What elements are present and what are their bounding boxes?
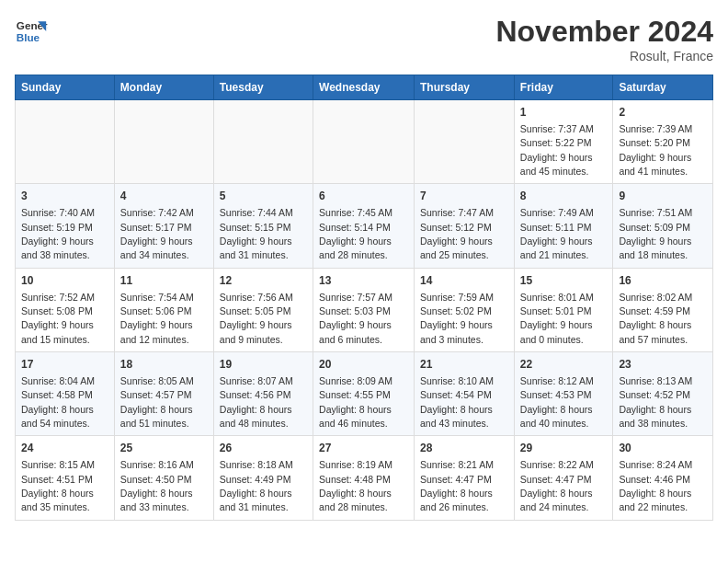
day-detail: Sunrise: 8:09 AMSunset: 4:55 PMDaylight:… bbox=[319, 375, 392, 429]
day-cell: 7Sunrise: 7:47 AMSunset: 5:12 PMDaylight… bbox=[415, 184, 515, 268]
day-detail: Sunrise: 8:01 AMSunset: 5:01 PMDaylight:… bbox=[520, 292, 594, 345]
day-detail: Sunrise: 7:45 AMSunset: 5:14 PMDaylight:… bbox=[319, 207, 392, 260]
day-cell: 17Sunrise: 8:04 AMSunset: 4:58 PMDayligh… bbox=[16, 352, 115, 436]
day-cell: 25Sunrise: 8:16 AMSunset: 4:50 PMDayligh… bbox=[114, 436, 213, 520]
day-cell: 30Sunrise: 8:24 AMSunset: 4:46 PMDayligh… bbox=[613, 436, 713, 520]
day-cell: 11Sunrise: 7:54 AMSunset: 5:06 PMDayligh… bbox=[114, 268, 213, 351]
header-row: SundayMondayTuesdayWednesdayThursdayFrid… bbox=[16, 75, 713, 100]
day-number: 24 bbox=[21, 441, 108, 456]
day-number: 29 bbox=[520, 441, 608, 456]
day-number: 14 bbox=[420, 273, 508, 289]
day-number: 7 bbox=[420, 189, 508, 204]
day-number: 1 bbox=[520, 105, 608, 121]
day-detail: Sunrise: 8:19 AMSunset: 4:48 PMDaylight:… bbox=[319, 459, 392, 512]
day-number: 19 bbox=[220, 357, 307, 373]
week-row-3: 10Sunrise: 7:52 AMSunset: 5:08 PMDayligh… bbox=[16, 268, 713, 351]
week-row-4: 17Sunrise: 8:04 AMSunset: 4:58 PMDayligh… bbox=[16, 352, 713, 436]
location: Rosult, France bbox=[495, 49, 713, 63]
col-header-saturday: Saturday bbox=[613, 75, 713, 100]
day-number: 3 bbox=[21, 189, 108, 204]
day-detail: Sunrise: 7:54 AMSunset: 5:06 PMDaylight:… bbox=[120, 292, 194, 345]
day-detail: Sunrise: 7:49 AMSunset: 5:11 PMDaylight:… bbox=[520, 207, 594, 260]
day-detail: Sunrise: 7:52 AMSunset: 5:08 PMDaylight:… bbox=[21, 292, 95, 345]
day-cell bbox=[415, 100, 515, 184]
day-cell: 9Sunrise: 7:51 AMSunset: 5:09 PMDaylight… bbox=[613, 184, 713, 268]
day-cell: 26Sunrise: 8:18 AMSunset: 4:49 PMDayligh… bbox=[213, 436, 313, 520]
day-number: 6 bbox=[319, 189, 408, 204]
day-detail: Sunrise: 7:47 AMSunset: 5:12 PMDaylight:… bbox=[420, 207, 494, 260]
day-detail: Sunrise: 8:24 AMSunset: 4:46 PMDaylight:… bbox=[619, 459, 692, 512]
day-number: 4 bbox=[120, 189, 208, 204]
day-cell: 15Sunrise: 8:01 AMSunset: 5:01 PMDayligh… bbox=[514, 268, 613, 351]
day-detail: Sunrise: 8:15 AMSunset: 4:51 PMDaylight:… bbox=[21, 459, 95, 512]
day-detail: Sunrise: 8:21 AMSunset: 4:47 PMDaylight:… bbox=[420, 459, 494, 512]
day-cell: 4Sunrise: 7:42 AMSunset: 5:17 PMDaylight… bbox=[114, 184, 213, 268]
day-cell bbox=[313, 100, 415, 184]
day-number: 18 bbox=[120, 357, 208, 373]
week-row-2: 3Sunrise: 7:40 AMSunset: 5:19 PMDaylight… bbox=[16, 184, 713, 268]
day-cell: 8Sunrise: 7:49 AMSunset: 5:11 PMDaylight… bbox=[514, 184, 613, 268]
day-cell: 13Sunrise: 7:57 AMSunset: 5:03 PMDayligh… bbox=[313, 268, 415, 351]
day-detail: Sunrise: 8:02 AMSunset: 4:59 PMDaylight:… bbox=[619, 292, 692, 345]
day-number: 17 bbox=[21, 357, 108, 373]
day-detail: Sunrise: 7:39 AMSunset: 5:20 PMDaylight:… bbox=[619, 123, 692, 177]
day-cell: 27Sunrise: 8:19 AMSunset: 4:48 PMDayligh… bbox=[313, 436, 415, 520]
col-header-wednesday: Wednesday bbox=[313, 75, 415, 100]
day-number: 11 bbox=[120, 273, 208, 289]
day-cell: 2Sunrise: 7:39 AMSunset: 5:20 PMDaylight… bbox=[613, 100, 713, 184]
col-header-friday: Friday bbox=[514, 75, 613, 100]
day-cell: 5Sunrise: 7:44 AMSunset: 5:15 PMDaylight… bbox=[213, 184, 313, 268]
day-detail: Sunrise: 8:05 AMSunset: 4:57 PMDaylight:… bbox=[120, 375, 194, 429]
day-number: 2 bbox=[619, 105, 707, 121]
day-detail: Sunrise: 7:44 AMSunset: 5:15 PMDaylight:… bbox=[220, 207, 293, 260]
month-title: November 2024 bbox=[495, 15, 713, 49]
day-cell: 19Sunrise: 8:07 AMSunset: 4:56 PMDayligh… bbox=[213, 352, 313, 436]
day-number: 26 bbox=[220, 441, 307, 456]
col-header-thursday: Thursday bbox=[415, 75, 515, 100]
calendar-table: SundayMondayTuesdayWednesdayThursdayFrid… bbox=[15, 75, 713, 521]
day-detail: Sunrise: 8:13 AMSunset: 4:52 PMDaylight:… bbox=[619, 375, 692, 429]
day-cell: 1Sunrise: 7:37 AMSunset: 5:22 PMDaylight… bbox=[514, 100, 613, 184]
day-cell: 6Sunrise: 7:45 AMSunset: 5:14 PMDaylight… bbox=[313, 184, 415, 268]
day-detail: Sunrise: 7:51 AMSunset: 5:09 PMDaylight:… bbox=[619, 207, 692, 260]
day-number: 10 bbox=[21, 273, 108, 289]
day-number: 28 bbox=[420, 441, 508, 456]
col-header-sunday: Sunday bbox=[16, 75, 115, 100]
day-number: 21 bbox=[420, 357, 508, 373]
week-row-5: 24Sunrise: 8:15 AMSunset: 4:51 PMDayligh… bbox=[16, 436, 713, 520]
day-detail: Sunrise: 7:40 AMSunset: 5:19 PMDaylight:… bbox=[21, 207, 95, 260]
day-cell: 3Sunrise: 7:40 AMSunset: 5:19 PMDaylight… bbox=[16, 184, 115, 268]
day-detail: Sunrise: 7:57 AMSunset: 5:03 PMDaylight:… bbox=[319, 292, 392, 345]
day-detail: Sunrise: 8:12 AMSunset: 4:53 PMDaylight:… bbox=[520, 375, 594, 429]
day-cell bbox=[213, 100, 313, 184]
day-detail: Sunrise: 8:16 AMSunset: 4:50 PMDaylight:… bbox=[120, 459, 194, 512]
day-detail: Sunrise: 7:59 AMSunset: 5:02 PMDaylight:… bbox=[420, 292, 494, 345]
day-detail: Sunrise: 8:04 AMSunset: 4:58 PMDaylight:… bbox=[21, 375, 95, 429]
day-number: 23 bbox=[619, 357, 707, 373]
logo-icon: General Blue bbox=[15, 15, 48, 48]
day-number: 12 bbox=[220, 273, 307, 289]
title-section: November 2024 Rosult, France bbox=[495, 15, 713, 63]
day-cell: 24Sunrise: 8:15 AMSunset: 4:51 PMDayligh… bbox=[16, 436, 115, 520]
svg-text:Blue: Blue bbox=[17, 31, 40, 43]
day-cell: 12Sunrise: 7:56 AMSunset: 5:05 PMDayligh… bbox=[213, 268, 313, 351]
day-number: 13 bbox=[319, 273, 408, 289]
day-number: 16 bbox=[619, 273, 707, 289]
day-number: 30 bbox=[619, 441, 707, 456]
day-cell: 10Sunrise: 7:52 AMSunset: 5:08 PMDayligh… bbox=[16, 268, 115, 351]
header: General Blue November 2024 Rosult, Franc… bbox=[15, 15, 713, 63]
day-detail: Sunrise: 8:07 AMSunset: 4:56 PMDaylight:… bbox=[220, 375, 293, 429]
day-number: 27 bbox=[319, 441, 408, 456]
week-row-1: 1Sunrise: 7:37 AMSunset: 5:22 PMDaylight… bbox=[16, 100, 713, 184]
day-cell: 23Sunrise: 8:13 AMSunset: 4:52 PMDayligh… bbox=[613, 352, 713, 436]
day-number: 9 bbox=[619, 189, 707, 204]
col-header-tuesday: Tuesday bbox=[213, 75, 313, 100]
day-detail: Sunrise: 8:22 AMSunset: 4:47 PMDaylight:… bbox=[520, 459, 594, 512]
day-number: 20 bbox=[319, 357, 408, 373]
day-cell: 20Sunrise: 8:09 AMSunset: 4:55 PMDayligh… bbox=[313, 352, 415, 436]
day-cell: 22Sunrise: 8:12 AMSunset: 4:53 PMDayligh… bbox=[514, 352, 613, 436]
day-cell: 16Sunrise: 8:02 AMSunset: 4:59 PMDayligh… bbox=[613, 268, 713, 351]
day-detail: Sunrise: 7:37 AMSunset: 5:22 PMDaylight:… bbox=[520, 123, 594, 177]
day-detail: Sunrise: 8:18 AMSunset: 4:49 PMDaylight:… bbox=[220, 459, 293, 512]
day-cell: 21Sunrise: 8:10 AMSunset: 4:54 PMDayligh… bbox=[415, 352, 515, 436]
